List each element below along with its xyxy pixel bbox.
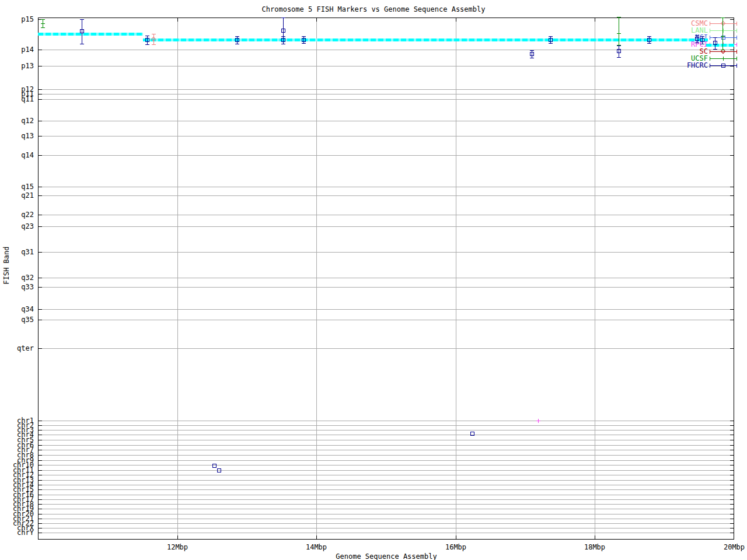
ytick-right-q11 [730,99,734,100]
point-fhcrc-11-cap-bottom [695,43,699,43]
ytick-right-chr3 [730,430,734,430]
legend-sample-cap [736,29,737,33]
ytick-right-q14 [730,155,734,156]
ytick-q34 [39,309,42,310]
ytick-right-p13 [730,66,734,66]
ytick-chr9 [39,460,42,461]
xtick-top-14Mbp [316,18,317,22]
ytick-chr3 [39,430,42,430]
ytick-label-p15: p15 [5,16,34,23]
ytick-chr14 [39,485,42,485]
point-fhcrc-12-cap-top [700,36,704,37]
ytick-label-q13: q13 [5,132,34,139]
ytick-label-qter: qter [5,345,34,352]
point-fhcrc-15-marker [217,468,221,473]
point-fhcrc-14-marker [212,464,217,468]
ytick-q14 [39,155,42,156]
ytick-right-chr11 [730,470,734,471]
ytick-right-chr20 [730,514,734,514]
legend-sample-cap [736,64,737,68]
point-fhcrc-4-cap-top [281,18,285,18]
ytick-right-chr2 [730,425,734,426]
xtick-label-16Mbp: 16Mbp [445,544,466,551]
legend-sample-cap [736,57,737,61]
point-fhcrc-9-marker [617,49,621,53]
ytick-chr6 [39,445,42,446]
ytick-chrX [39,528,42,528]
point-fhcrc-13-cap-top [713,37,717,38]
ytick-chr7 [39,450,42,450]
ytick-q21 [39,195,42,196]
ytick-q23 [39,226,42,227]
point-fhcrc-4-marker [281,29,285,33]
ytick-label-q34: q34 [5,306,34,313]
ytick-chr4 [39,435,42,435]
ytick-chrY [39,533,42,533]
ytick-chr8 [39,455,42,456]
ytick-chr18 [39,504,42,505]
legend-sample-cap [736,50,737,54]
ytick-right-chr7 [730,450,734,450]
ytick-label-chrY: chrY [5,529,34,536]
point-fhcrc-2-cap-top [145,36,149,36]
point-ucsf-3-marker [722,34,723,38]
ytick-q32 [39,278,42,278]
legend-sample-cap [736,22,737,26]
point-fhcrc-6-cap-bottom [302,43,306,44]
xtick-label-18Mbp: 18Mbp [584,544,605,551]
xtick-18Mbp [595,536,595,539]
point-ucsf-3-cap-bottom [721,50,725,50]
point-ucsf-3-line [722,18,723,50]
point-ucsf-2-marker [619,32,619,36]
legend-marker-ucsf [723,57,724,61]
ytick-chr16 [39,495,42,495]
point-ucsf-1-marker [43,22,43,26]
point-fhcrc-10-cap-bottom [647,43,651,44]
assembly-track-segment-1 [38,33,143,36]
point-fhcrc-3-cap-bottom [235,44,239,44]
point-fhcrc-11-cap-top [695,35,699,36]
point-fhcrc-12-marker [700,38,704,42]
point-fhcrc-2-cap-bottom [145,44,149,45]
point-fhcrc-9-cap-bottom [617,57,621,58]
ytick-label-p14: p14 [5,46,34,53]
xtick-20Mbp [734,536,734,539]
chart-canvas: Chromosome 5 FISH Markers vs Genome Sequ… [0,0,747,560]
ytick-q31 [39,252,42,253]
ytick-chr22 [39,523,42,524]
ytick-p11 [39,94,42,94]
point-ucsf-3-cap-top [721,18,725,18]
legend-sample-cap [710,50,710,54]
ytick-right-q33 [730,287,734,288]
point-fhcrc-7-cap-top [530,50,534,51]
ytick-right-chr12 [730,475,734,475]
point-fhcrc-1-cap-top [80,19,84,20]
point-fhcrc-5-cap-top [281,36,285,37]
ytick-label-q12: q12 [5,117,34,124]
ytick-chr10 [39,465,42,466]
ytick-label-q22: q22 [5,211,34,218]
ytick-label-q32: q32 [5,274,34,281]
legend-sample-cap [710,57,710,61]
point-fhcrc-6-cap-top [302,36,306,37]
point-fhcrc-8-cap-top [549,36,553,37]
legend-sample-cap [710,64,710,68]
ytick-right-chr9 [730,460,734,461]
legend-marker-fhcrc [721,64,725,68]
legend-label-fhcrc: FHCRC [687,62,708,69]
legend-sample-cap [710,29,710,33]
ytick-q33 [39,287,42,288]
ytick-right-p14 [730,50,734,50]
ytick-right-q22 [730,215,734,215]
ytick-chr5 [39,440,42,440]
ytick-right-chr10 [730,465,734,466]
point-fhcrc-10-cap-top [647,36,651,37]
point-fhcrc-5-marker [281,38,285,42]
point-fhcrc-1-marker [80,29,84,33]
ytick-right-qter [730,348,734,349]
point-fhcrc-13-cap-bottom [713,49,717,50]
ytick-chr2 [39,425,42,426]
legend-sample-cap [710,22,710,26]
point-csmc-1-cap-bottom [152,44,156,45]
ytick-right-chrY [730,533,734,533]
